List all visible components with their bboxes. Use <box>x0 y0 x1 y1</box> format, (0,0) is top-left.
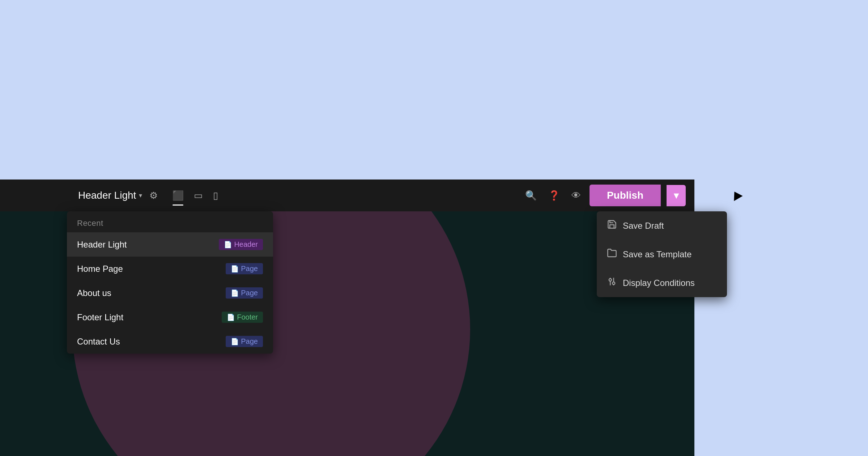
tag-icon: 📄 <box>231 289 239 297</box>
save-template-menu-item[interactable]: Save as Template <box>597 240 727 269</box>
recent-label: Recent <box>67 211 273 232</box>
tag-icon: 📄 <box>227 313 235 321</box>
list-item[interactable]: Contact Us 📄 Page <box>67 329 273 354</box>
save-template-icon <box>607 248 617 261</box>
save-draft-label: Save Draft <box>623 221 664 231</box>
display-conditions-icon <box>607 276 617 289</box>
mobile-icon: ▯ <box>213 190 218 201</box>
template-name-button[interactable]: Header Light ▾ <box>74 187 146 204</box>
mobile-view-button[interactable]: ▯ <box>209 187 222 204</box>
publish-menu: Save Draft Save as Template Display Cond… <box>597 211 727 297</box>
preview-button[interactable]: 👁 <box>569 187 584 204</box>
publish-dropdown-button[interactable]: ▾ <box>667 185 686 206</box>
settings-button[interactable]: ⚙ <box>146 187 161 204</box>
tag-label: Header <box>234 240 258 249</box>
tag-icon: 📄 <box>231 265 239 273</box>
tag-footer: 📄 Footer <box>222 312 263 323</box>
list-item[interactable]: Footer Light 📄 Footer <box>67 305 273 329</box>
display-conditions-label: Display Conditions <box>623 278 695 288</box>
tag-header: 📄 Header <box>219 239 263 250</box>
tablet-icon: ▭ <box>194 190 203 201</box>
svg-point-1 <box>612 282 615 284</box>
recent-item-name: Contact Us <box>77 337 220 347</box>
recent-item-name: Header Light <box>77 240 213 250</box>
svg-point-0 <box>609 279 612 281</box>
tag-label: Footer <box>237 313 258 321</box>
tag-page: 📄 Page <box>226 263 263 274</box>
template-name-label: Header Light <box>78 190 136 201</box>
list-item[interactable]: Header Light 📄 Header <box>67 232 273 257</box>
desktop-icon: ⬛ <box>172 190 184 201</box>
list-item[interactable]: About us 📄 Page <box>67 281 273 305</box>
save-template-label: Save as Template <box>623 249 692 259</box>
recent-item-name: Home Page <box>77 264 220 274</box>
list-item[interactable]: Home Page 📄 Page <box>67 257 273 281</box>
tag-label: Page <box>241 289 258 297</box>
search-icon: 🔍 <box>525 190 537 201</box>
search-button[interactable]: 🔍 <box>522 187 540 204</box>
preview-icon: 👁 <box>571 190 581 201</box>
help-button[interactable]: ❓ <box>545 187 563 204</box>
tag-icon: 📄 <box>224 241 232 249</box>
toolbar: Header Light ▾ ⚙ ⬛ ▭ ▯ 🔍 ❓ 👁 Publi <box>0 180 694 211</box>
tag-page: 📄 Page <box>226 287 263 299</box>
recent-dropdown: Recent Header Light 📄 Header Home Page 📄… <box>67 211 273 354</box>
desktop-view-button[interactable]: ⬛ <box>168 187 188 204</box>
save-draft-menu-item[interactable]: Save Draft <box>597 211 727 240</box>
tag-label: Page <box>241 265 258 273</box>
tag-page: 📄 Page <box>226 336 263 347</box>
tag-icon: 📄 <box>231 338 239 346</box>
publish-chevron-icon: ▾ <box>674 190 678 201</box>
recent-item-name: About us <box>77 288 220 298</box>
tag-label: Page <box>241 337 258 346</box>
device-buttons: ⬛ ▭ ▯ <box>168 187 222 204</box>
display-conditions-menu-item[interactable]: Display Conditions <box>597 269 727 297</box>
help-icon: ❓ <box>548 190 560 201</box>
save-draft-icon <box>607 219 617 232</box>
template-chevron-icon: ▾ <box>139 191 142 199</box>
recent-item-name: Footer Light <box>77 312 216 322</box>
settings-icon: ⚙ <box>149 190 158 201</box>
toolbar-left: Header Light ▾ ⚙ ⬛ ▭ ▯ <box>74 187 222 204</box>
toolbar-right: 🔍 ❓ 👁 Publish ▾ <box>522 185 686 206</box>
tablet-view-button[interactable]: ▭ <box>190 187 207 204</box>
publish-button[interactable]: Publish <box>590 185 661 206</box>
